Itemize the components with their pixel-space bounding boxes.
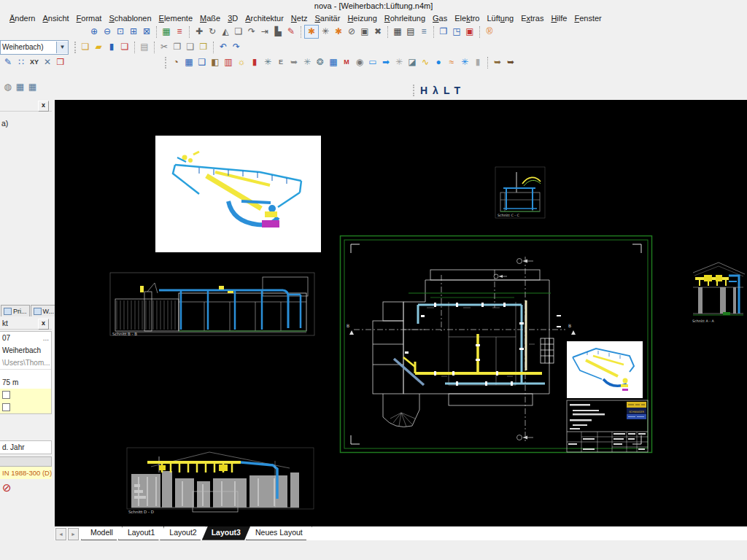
align-icon[interactable]: ▙ [271,26,285,38]
menu-elemente[interactable]: Elemente [155,13,196,23]
save-icon[interactable]: ▮ [105,41,118,53]
zoom-window-icon[interactable]: ⊠ [140,26,153,38]
match-tool-icon[interactable]: ✕ [41,56,54,69]
exit-app-icon[interactable]: ▣ [463,26,476,38]
save-as-icon[interactable]: ❏ [118,41,131,53]
menu-rohrleitung[interactable]: Rohrleitung [381,13,429,23]
chevron-down-icon[interactable]: ▼ [56,42,68,53]
section-view-d[interactable]: Schnitt D - D [125,446,315,516]
panel-tree-body[interactable]: a) [0,113,52,303]
heat-coil-icon[interactable]: M [340,56,353,69]
table-view-icon[interactable]: ▦ [14,81,26,93]
layout-sheet[interactable]: B B [339,235,653,454]
menu-ansicht[interactable]: Ansicht [39,13,72,23]
point-list-icon[interactable]: ∷ [15,56,28,69]
delete-icon[interactable]: ✖ [371,26,384,38]
fan-4-icon[interactable]: ✳ [458,56,471,69]
fan-1-icon[interactable]: ✳ [261,56,274,69]
snap-object-icon[interactable]: ✱ [332,26,345,38]
table-grid-icon[interactable]: ▦ [391,26,404,38]
length-row[interactable]: 75 m [0,376,51,389]
render-view-icon[interactable]: ◍ [1,81,14,93]
close-icon[interactable]: x [38,319,49,330]
menu-lüftung[interactable]: Lüftung [483,13,517,23]
flex-hose-icon[interactable]: ∿ [419,56,432,69]
forbidden-icon[interactable]: ⊘ [0,479,52,494]
table-form-icon[interactable]: ▤ [404,26,417,38]
pump-icon[interactable]: ◉ [353,56,366,69]
paste-icon[interactable]: ❑ [184,41,197,53]
doc-gear-icon[interactable]: ❂ [314,56,327,69]
duct-grid-icon[interactable]: ▦ [327,56,340,69]
menu-hilfe[interactable]: Hilfe [547,13,570,23]
edit-node-icon[interactable]: ✎ [1,56,15,69]
toolbar-grip[interactable] [413,85,414,96]
section-splitter[interactable] [0,456,52,467]
component-box-icon[interactable]: ◧ [209,56,222,69]
stretch-icon[interactable]: ↷ [245,26,258,38]
redo-icon[interactable]: ↷ [230,41,243,53]
rotate-icon[interactable]: ↻ [206,26,219,38]
menu-extras[interactable]: Extras [517,13,547,23]
coords-xy-icon[interactable]: XY [28,56,41,69]
close-window-icon[interactable]: ◳ [450,26,463,38]
zoom-all-icon[interactable]: ⊞ [127,26,140,38]
option-row-1[interactable] [0,389,51,401]
option-row-2[interactable] [0,401,51,413]
menu-3d[interactable]: 3D [224,13,241,23]
edit-properties-icon[interactable]: ▣ [358,26,371,38]
snap-point-icon[interactable]: ✱ [304,25,319,39]
fan-3-icon[interactable]: ✳ [392,56,406,69]
menu-heizung[interactable]: Heizung [344,13,380,23]
air-handler-icon[interactable]: ▭ [366,56,379,69]
tree-root-label[interactable]: a) [0,113,52,128]
sheet-tab-neues-layout[interactable]: Neues Layout [246,526,312,540]
new-file-icon[interactable]: ❏ [79,41,92,53]
axonometric-3d-view[interactable] [155,136,321,252]
tab-pri[interactable]: Pri... [1,305,30,316]
zoom-sheet-icon[interactable]: ⊡ [114,26,127,38]
import-model-icon[interactable]: ➥ [504,56,517,69]
diagram-icon[interactable]: ◪ [406,56,419,69]
ellipsis-button[interactable]: ... [43,332,51,344]
sheet-tab-modell[interactable]: Modell [81,526,123,540]
project-name-row[interactable]: Weiherbach [0,344,51,357]
zoom-in-icon[interactable]: ⊕ [88,26,101,38]
e-symbol-icon[interactable]: E [274,56,287,69]
print-icon[interactable]: ▤ [138,41,151,53]
trim-icon[interactable]: ⇥ [258,26,271,38]
section-view-a[interactable]: Schnitt A - A [691,257,747,324]
menu-elektro[interactable]: Elektro [451,13,483,23]
value-table-icon[interactable]: ▦ [26,81,39,93]
open-file-icon[interactable]: ▰ [92,41,105,53]
year-row[interactable]: d. Jahr [0,441,51,454]
radiator-icon[interactable]: ▥ [222,56,235,69]
linetype-icon[interactable]: ≡ [417,26,430,38]
copy-move-icon[interactable]: ❏ [232,26,245,38]
return-flow-icon[interactable]: ◔ [169,56,182,69]
sheet-tab-layout3[interactable]: Layout3 [202,526,250,540]
move-icon[interactable]: ✚ [193,26,206,38]
drawing-canvas[interactable]: Schnitt B - B [55,100,747,526]
mirror-icon[interactable]: ◭ [219,26,232,38]
pipe-bends-icon[interactable]: ≈ [445,56,458,69]
snap-grid-icon[interactable]: ✳ [319,26,332,38]
send-doc-icon[interactable]: ➥ [287,56,301,69]
menu-format[interactable]: Format [73,13,106,23]
calculation-icon[interactable]: ▦ [182,56,196,69]
menu-gas[interactable]: Gas [429,13,451,23]
snap-off-icon[interactable]: ⊘ [345,26,358,38]
fan-2-icon[interactable]: ✳ [301,56,314,69]
menu-ändern[interactable]: Ändern [6,13,39,23]
floating-toolbar-halt[interactable]: HλLT [413,82,465,98]
water-drop-icon[interactable]: ● [432,56,445,69]
tab-scroll-left-button[interactable]: ◄ [55,528,66,540]
spray-can-icon[interactable]: ▮ [471,56,484,69]
thermometer-icon[interactable]: ▮ [248,56,261,69]
menu-maße[interactable]: Maße [196,13,224,23]
panel-tree-header[interactable]: x [0,100,52,112]
cut-icon[interactable]: ✂ [158,41,171,53]
norm-row[interactable]: IN 1988-300 (D) [0,467,52,479]
paste-special-icon[interactable]: ❒ [197,41,210,53]
duct-arrow-icon[interactable]: ➡ [379,56,392,69]
